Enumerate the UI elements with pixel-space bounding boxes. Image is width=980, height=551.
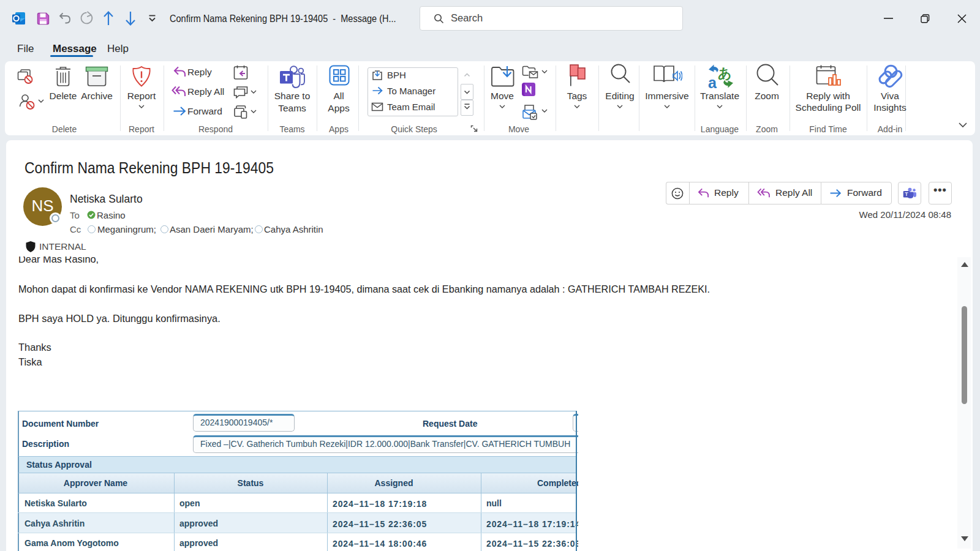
- svg-text:あ: あ: [718, 66, 732, 81]
- svg-text:a: a: [708, 74, 717, 89]
